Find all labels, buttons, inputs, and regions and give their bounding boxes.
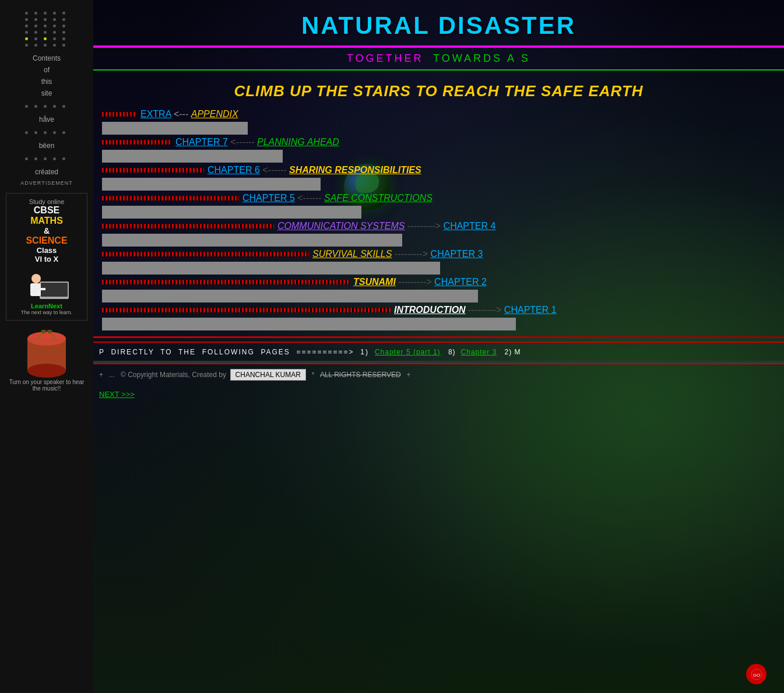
copyright-name-button[interactable]: CHANCHAL KUMAR [230, 369, 306, 381]
planning-link[interactable]: PLANNING AHEAD [257, 137, 339, 147]
dot [44, 157, 47, 160]
dot [25, 12, 28, 15]
ch5-link[interactable]: CHAPTER 5 [242, 193, 295, 203]
appendix-link[interactable]: APPENDIX [191, 109, 238, 119]
created-label: crëated [35, 168, 58, 176]
grade-text: VI to X [11, 255, 82, 263]
next-link[interactable]: NEXT >>> [99, 390, 135, 399]
science-text: SCIENCE [11, 235, 82, 246]
dot [44, 18, 47, 21]
main-content: NATURAL DISASTER TOGETHER TOWARDS A S CL… [93, 0, 784, 693]
dot [53, 31, 56, 34]
stair-block-comm [102, 234, 402, 247]
stair-block-tsunami [102, 290, 478, 302]
sharing-link[interactable]: SHARING RESPONSIBILITIES [289, 165, 421, 175]
chapter5-part1-link[interactable]: Chapter 5 (part 1) [375, 348, 441, 356]
safe-constructions-link[interactable]: SAFE CONSTRUCTIONS [324, 193, 433, 203]
learnnext-tagline: The next way to learn. [11, 309, 82, 315]
dot [53, 131, 56, 134]
ch2-link[interactable]: CHAPTER 2 [434, 277, 487, 287]
subtitle-towards: TOWARDS A S [433, 52, 530, 64]
dot-grid-top [25, 12, 68, 47]
progress-bar-ch5 [102, 196, 239, 200]
main-wrapper: NATURAL DISASTER TOGETHER TOWARDS A S CL… [93, 0, 784, 693]
dot [34, 18, 37, 21]
dot [44, 24, 47, 27]
dot [25, 18, 28, 21]
stair-block-ch7 [102, 150, 283, 163]
copyright-prefix: + ... © Copyright Materials, Created by [99, 371, 228, 379]
of-label: of [44, 66, 50, 74]
dot-grid-mid2 [25, 131, 68, 134]
dot [62, 18, 65, 21]
next-link-bar: NEXT >>> [93, 385, 784, 403]
header: NATURAL DISASTER [93, 0, 784, 47]
stair-section: EXTRA <--- APPENDIX CHAPTER 7 <------ PL… [93, 109, 784, 333]
dot [53, 44, 56, 47]
have-label: håve [39, 115, 54, 124]
progress-bar-tsunami [102, 280, 350, 284]
tsunami-link[interactable]: TSUNAMI [353, 277, 396, 287]
contents-label: Contents [33, 54, 61, 62]
ch4-link[interactable]: CHAPTER 4 [444, 221, 496, 231]
survival-link[interactable]: SURVIVAL SKILLS [312, 249, 392, 259]
bottom-nav-2: 2) M [500, 348, 521, 356]
dot [62, 24, 65, 27]
dot [62, 44, 65, 47]
copyright-bar: + ... © Copyright Materials, Created by … [93, 364, 784, 385]
dot [25, 31, 28, 34]
arrow-intro: ---------> [468, 305, 501, 315]
dot [44, 12, 47, 15]
dot [53, 18, 56, 21]
comm-link[interactable]: COMMUNICATION SYSTEMS [277, 221, 405, 231]
site-label: site [41, 89, 52, 97]
dot [62, 105, 65, 108]
stair-block-extra [102, 122, 248, 135]
svg-point-8 [27, 332, 66, 346]
ch1-link[interactable]: CHAPTER 1 [504, 305, 557, 315]
dot-yellow [25, 37, 28, 40]
arrow-comm: ---------> [407, 221, 441, 231]
ad-label: ADVERTISEMENT [20, 180, 72, 186]
person-laptop-icon [23, 267, 70, 299]
drum-svg [26, 330, 67, 379]
dot [34, 37, 37, 40]
ch6-link[interactable]: CHAPTER 6 [208, 165, 260, 175]
progress-bar-comm [102, 224, 274, 228]
ch7-link[interactable]: CHAPTER 7 [175, 137, 228, 147]
dot-grid-mid3 [25, 157, 68, 160]
arrow-ch5: <------ [297, 193, 321, 203]
progress-bar-ch6 [102, 168, 204, 173]
dot [34, 31, 37, 34]
ad-banner[interactable]: Study online CBSE MATHS & SCIENCE Class … [6, 193, 87, 321]
progress-bar-survival [102, 252, 309, 256]
stair-block-survival [102, 262, 440, 275]
dot [53, 12, 56, 15]
stair-block-intro [102, 318, 516, 330]
dot [62, 37, 65, 40]
arrow-ch6: <------ [262, 165, 286, 175]
stair-row-ch7: CHAPTER 7 <------ PLANNING AHEAD [102, 137, 775, 147]
svg-point-7 [27, 364, 66, 378]
arrow-ch7: <------ [230, 137, 254, 147]
go-button[interactable]: GO [746, 664, 767, 684]
subtitle-bar: TOGETHER TOWARDS A S [93, 47, 784, 71]
drum-icon [26, 330, 67, 377]
arrow-extra: <--- [174, 109, 188, 119]
dot [44, 105, 47, 108]
page-title: NATURAL DISASTER [93, 12, 784, 40]
extra-link[interactable]: EXTRA [140, 109, 171, 119]
sidebar: Contents of this site håve bëen crëated … [0, 0, 93, 693]
chapter3-link[interactable]: Chapter 3 [461, 348, 497, 356]
svg-rect-3 [30, 283, 41, 296]
stair-row-tsunami: TSUNAMI ---------> CHAPTER 2 [102, 277, 775, 287]
intro-link[interactable]: INTRODUCTION [394, 305, 466, 315]
been-label: bëen [39, 142, 55, 150]
ch3-link[interactable]: CHAPTER 3 [431, 249, 483, 259]
progress-bar-intro [102, 308, 391, 312]
dot [44, 131, 47, 134]
stair-row-comm: COMMUNICATION SYSTEMS ---------> CHAPTER… [102, 221, 775, 231]
dot [34, 24, 37, 27]
dot [53, 24, 56, 27]
dot [25, 24, 28, 27]
